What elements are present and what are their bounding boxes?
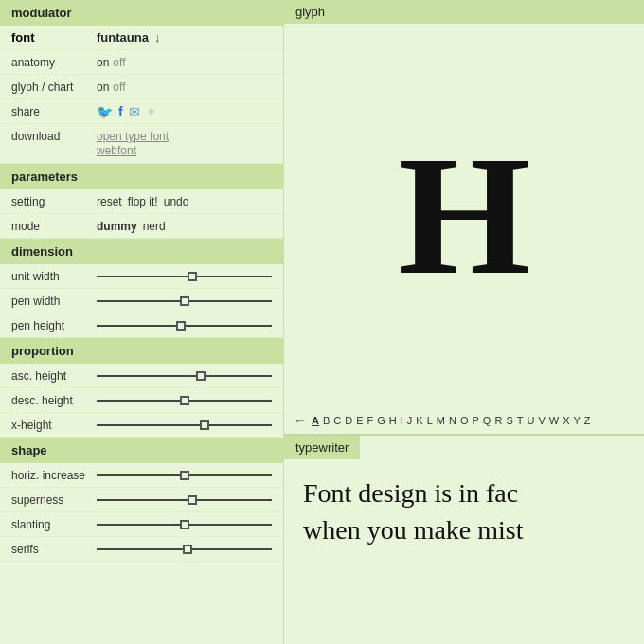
alpha-N[interactable]: N [448,415,457,426]
alpha-H[interactable]: H [388,415,398,426]
alpha-S[interactable]: S [505,415,513,426]
twitter-icon[interactable]: 🐦 [97,104,113,119]
glyph-display: H [284,24,644,407]
glyph-chart-label: glyph / chart [11,80,97,94]
undo-button[interactable]: undo [164,195,189,208]
setting-row: setting reset flop it! undo [0,189,283,214]
glyph-chart-off[interactable]: off [113,80,125,94]
alpha-K[interactable]: K [415,415,423,426]
share-icons: 🐦 f ✉ ✦ [97,104,272,119]
serifs-label: serifs [11,543,97,556]
serifs-slider-container [97,543,272,556]
pen-height-slider-container [97,319,272,332]
pen-height-label: pen height [11,319,97,332]
alphabet-letters: A B C D E F G H I J K L M N O P Q R S T [311,415,592,426]
pen-height-row: pen height [0,313,283,338]
pen-width-label: pen width [11,295,97,308]
alpha-Z[interactable]: Z [583,415,592,426]
font-name: funtauna [97,30,149,45]
alpha-J[interactable]: J [406,415,414,426]
glyph-chart-on[interactable]: on [97,80,109,94]
nerd-mode-button[interactable]: nerd [143,220,166,233]
x-height-label: x-height [11,419,97,432]
download-links: open type font webfont [97,130,272,157]
alphabet-left-arrow[interactable]: ← [294,413,307,428]
alpha-F[interactable]: F [367,415,375,426]
right-panel: glyph H ← A B C D E F G H I J K L M N O [284,0,644,644]
alpha-M[interactable]: M [436,415,446,426]
alpha-L[interactable]: L [426,415,434,426]
facebook-icon[interactable]: f [118,104,123,119]
pen-width-slider-container [97,295,272,308]
alpha-W[interactable]: W [548,415,560,426]
share-row: share 🐦 f ✉ ✦ [0,99,283,124]
pen-height-slider[interactable] [97,325,272,327]
alpha-T[interactable]: T [516,415,525,426]
modulator-header: modulator [0,0,283,26]
unit-width-label: unit width [11,270,97,283]
slanting-label: slanting [11,518,97,531]
dummy-mode-button[interactable]: dummy [97,220,137,233]
alpha-P[interactable]: P [472,415,480,426]
flop-button[interactable]: flop it! [128,195,158,208]
alpha-I[interactable]: I [400,415,404,426]
asc-height-label: asc. height [11,369,97,383]
anatomy-on[interactable]: on [97,56,109,69]
glyph-alphabet: ← A B C D E F G H I J K L M N O P Q R S [284,407,644,434]
download-otf-link[interactable]: open type font [97,130,272,143]
download-webfont-link[interactable]: webfont [97,144,272,157]
unit-width-slider[interactable] [97,276,272,277]
alpha-C[interactable]: C [332,415,342,426]
serifs-row: serifs [0,537,283,562]
anatomy-label: anatomy [11,56,97,69]
unit-width-row: unit width [0,264,283,289]
glyph-tab[interactable]: glyph [284,0,644,24]
alpha-D[interactable]: D [344,415,353,426]
glyph-chart-toggle[interactable]: on off [97,80,272,94]
superness-slider[interactable] [97,499,272,501]
x-height-slider[interactable] [97,424,272,426]
alpha-E[interactable]: E [355,415,364,426]
alpha-Y[interactable]: Y [572,415,581,426]
typewriter-section: typewriter Font design is in facwhen you… [284,436,644,644]
alpha-V[interactable]: V [537,415,546,426]
font-value[interactable]: funtauna ↓ [97,30,272,45]
desc-height-slider[interactable] [97,400,272,402]
glyph-chart-row: glyph / chart on off [0,75,283,99]
desc-height-slider-container [97,394,272,407]
slanting-slider[interactable] [97,524,272,526]
download-label: download [11,130,97,143]
alpha-B[interactable]: B [322,415,331,426]
horiz-increase-row: horiz. increase [0,463,283,488]
star-icon[interactable]: ✦ [146,104,157,119]
alpha-X[interactable]: X [562,415,570,426]
x-height-row: x-height [0,413,283,438]
typewriter-tab[interactable]: typewriter [284,436,360,459]
pen-width-slider[interactable] [97,300,272,302]
font-arrow[interactable]: ↓ [154,30,161,45]
anatomy-off[interactable]: off [113,56,125,69]
asc-height-slider[interactable] [97,375,272,377]
mail-icon[interactable]: ✉ [129,104,140,119]
setting-label: setting [11,195,97,208]
parameters-header: parameters [0,164,283,189]
font-row: font funtauna ↓ [0,26,283,50]
dimension-header: dimension [0,239,283,264]
slanting-slider-container [97,518,272,531]
glyph-letter: H [398,131,530,301]
anatomy-toggle[interactable]: on off [97,56,272,69]
horiz-increase-slider[interactable] [97,474,272,476]
alpha-R[interactable]: R [493,415,503,426]
typewriter-text[interactable]: Font design is in facwhen you make mist [284,459,644,564]
pen-width-row: pen width [0,289,283,313]
unit-width-slider-container [97,270,272,283]
horiz-increase-slider-container [97,469,272,482]
alpha-O[interactable]: O [459,415,470,426]
reset-button[interactable]: reset [97,195,122,208]
alpha-U[interactable]: U [526,415,535,426]
alpha-A[interactable]: A [311,415,320,426]
serifs-slider[interactable] [97,548,272,550]
alpha-Q[interactable]: Q [482,415,492,426]
proportion-header: proportion [0,338,283,364]
alpha-G[interactable]: G [376,415,386,426]
